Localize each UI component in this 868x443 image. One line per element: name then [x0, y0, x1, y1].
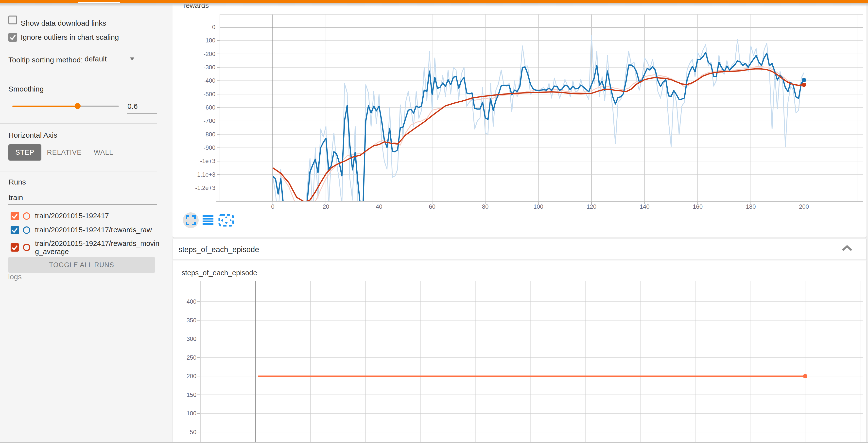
- section-title: steps_of_each_episode: [179, 239, 259, 260]
- sidebar-divider: [0, 123, 157, 124]
- tooltip-sorting-label: Tooltip sorting method:: [8, 55, 83, 65]
- check-icon: [8, 33, 17, 42]
- ignore-outliers-checkbox[interactable]: [8, 33, 17, 42]
- check-icon: [10, 243, 19, 252]
- show-download-links-checkbox[interactable]: [8, 16, 17, 24]
- section-header-steps-of-each-episode[interactable]: steps_of_each_episode: [173, 239, 867, 260]
- chevron-up-icon: [841, 244, 854, 252]
- steps-chart-card: [173, 261, 867, 443]
- run-checkbox[interactable]: [10, 212, 19, 220]
- log-axis-lines-icon: [202, 215, 214, 226]
- runs-label: Runs: [9, 177, 26, 187]
- slider-thumb[interactable]: [75, 103, 81, 109]
- run-label: train/20201015-192417/rewards_raw: [35, 226, 159, 234]
- fit-domain-icon: [218, 214, 234, 227]
- toggle-all-runs-button[interactable]: TOGGLE ALL RUNS: [8, 257, 155, 273]
- rewards-chart-card: [173, 3, 867, 238]
- sidebar-divider: [0, 77, 157, 77]
- run-checkbox[interactable]: [10, 243, 19, 252]
- check-icon: [10, 226, 19, 234]
- settings-sidebar: Show data download links Ignore outliers…: [0, 3, 173, 443]
- axis-option-step[interactable]: STEP: [8, 144, 41, 160]
- tooltip-sorting-dropdown[interactable]: default: [85, 53, 137, 66]
- caret-down-icon: [130, 57, 134, 60]
- tooltip-sorting-value: default: [85, 54, 107, 64]
- steps-chart-title: steps_of_each_episode: [182, 269, 257, 277]
- active-tab-indicator: [79, 2, 120, 3]
- slider-track-inactive: [78, 106, 119, 107]
- sidebar-divider: [0, 171, 157, 171]
- dropdown-underline: [85, 65, 137, 65]
- bottom-edge: [0, 442, 868, 443]
- horizontal-axis-label: Horizontal Axis: [8, 130, 57, 141]
- logs-label: logs: [8, 272, 22, 281]
- fullscreen-button[interactable]: [183, 212, 199, 228]
- run-color-swatch[interactable]: [23, 212, 30, 220]
- run-color-swatch[interactable]: [23, 227, 30, 234]
- log-axis-button[interactable]: [202, 215, 214, 226]
- fit-domain-button[interactable]: [218, 214, 234, 227]
- run-filter-input[interactable]: train: [8, 191, 157, 205]
- smoothing-slider[interactable]: [12, 103, 119, 109]
- top-app-bar: [0, 0, 868, 3]
- smoothing-value: 0.6: [127, 101, 138, 112]
- smoothing-value-input[interactable]: 0.6: [127, 101, 157, 115]
- smoothing-label: Smoothing: [8, 84, 43, 94]
- axis-option-wall[interactable]: WALL: [92, 144, 115, 160]
- value-underline: [127, 114, 157, 114]
- filter-underline: [8, 205, 157, 205]
- fullscreen-icon: [186, 215, 196, 226]
- axis-option-relative[interactable]: RELATIVE: [48, 144, 80, 160]
- slider-track-active: [12, 106, 78, 107]
- show-download-links-label: Show data download links: [21, 18, 106, 29]
- run-label: train/20201015-192417: [35, 212, 159, 220]
- collapse-button[interactable]: [841, 244, 854, 253]
- run-label: train/20201015-192417/rewards_moving_ave…: [35, 239, 159, 256]
- ignore-outliers-label: Ignore outliers in chart scaling: [21, 32, 119, 43]
- run-color-swatch[interactable]: [23, 244, 30, 251]
- chart-toolbar: [183, 212, 240, 229]
- top-bar-shadow: [0, 3, 868, 7]
- check-icon: [10, 212, 19, 220]
- run-checkbox[interactable]: [10, 226, 19, 234]
- run-filter-value: train: [9, 192, 23, 203]
